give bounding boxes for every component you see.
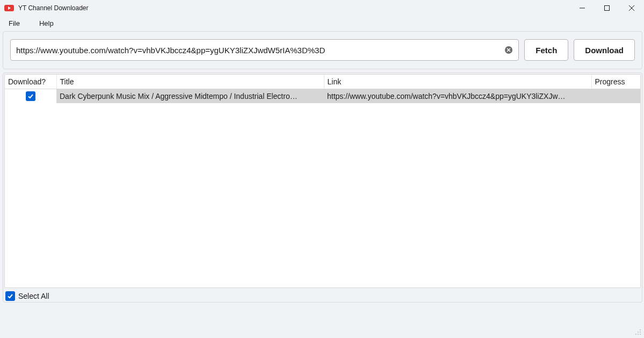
- row-checkbox-icon[interactable]: [26, 91, 35, 101]
- header-title[interactable]: Title: [56, 75, 324, 89]
- table-panel: Download? Title Link Progress Dark Cybe: [3, 73, 642, 303]
- svg-point-9: [638, 332, 639, 333]
- main-area: Fetch Download Download? Title Link Prog: [3, 31, 642, 336]
- resize-grip-icon[interactable]: [634, 328, 641, 335]
- maximize-button[interactable]: [595, 0, 619, 16]
- table-wrapper: Download? Title Link Progress Dark Cybe: [4, 74, 641, 288]
- titlebar: YT Channel Downloader: [0, 0, 644, 16]
- row-checkbox-cell[interactable]: [5, 89, 56, 103]
- download-button[interactable]: Download: [574, 39, 635, 61]
- row-progress: [591, 89, 640, 103]
- svg-point-11: [635, 334, 636, 335]
- row-title: Dark Cyberpunk Music Mix / Aggressive Mi…: [56, 89, 324, 103]
- header-link[interactable]: Link: [324, 75, 591, 89]
- header-progress[interactable]: Progress: [591, 75, 640, 89]
- table-header-row: Download? Title Link Progress: [5, 75, 640, 89]
- menu-file[interactable]: File: [6, 18, 22, 28]
- header-download[interactable]: Download?: [5, 75, 56, 89]
- select-all-label: Select All: [18, 292, 49, 300]
- select-all-row: Select All: [4, 290, 641, 301]
- url-input-wrapper: [10, 39, 519, 61]
- url-input[interactable]: [16, 46, 498, 55]
- close-button[interactable]: [619, 0, 644, 16]
- svg-point-10: [640, 332, 641, 333]
- svg-point-12: [638, 334, 639, 335]
- minimize-button[interactable]: [570, 0, 595, 16]
- menu-help[interactable]: Help: [37, 18, 56, 28]
- window-title: YT Channel Downloader: [18, 4, 89, 12]
- fetch-button[interactable]: Fetch: [524, 39, 568, 61]
- select-all-checkbox[interactable]: [5, 291, 15, 301]
- url-panel: Fetch Download: [3, 31, 642, 69]
- svg-point-8: [640, 329, 641, 330]
- menubar: File Help: [0, 16, 644, 31]
- row-link: https://www.youtube.com/watch?v=vhbVKJbc…: [324, 89, 591, 103]
- svg-marker-0: [8, 6, 11, 10]
- results-table: Download? Title Link Progress Dark Cybe: [5, 75, 640, 103]
- app-icon: [4, 5, 14, 11]
- clear-icon[interactable]: [504, 46, 513, 54]
- svg-rect-2: [605, 6, 610, 11]
- svg-point-13: [640, 334, 641, 335]
- table-row[interactable]: Dark Cyberpunk Music Mix / Aggressive Mi…: [5, 89, 640, 103]
